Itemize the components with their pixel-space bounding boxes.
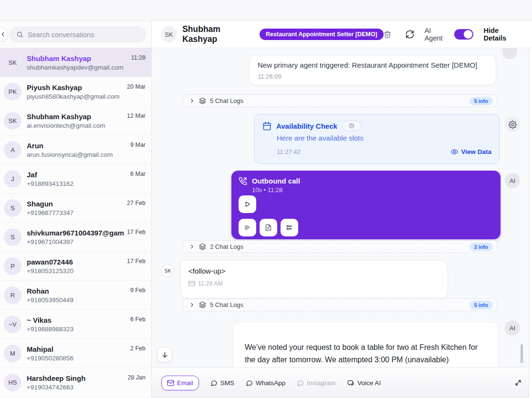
- chat-scrollbar-thumb[interactable]: [521, 344, 523, 363]
- chat-logs-group-2[interactable]: 2 Chat Logs 2 info: [183, 240, 497, 253]
- window-scrollbar-gutter: [529, 48, 532, 398]
- avatar: J: [4, 170, 21, 188]
- call-summary-button[interactable]: [281, 219, 298, 236]
- channel-tab-email[interactable]: Email: [161, 376, 199, 390]
- call-notes-button[interactable]: [260, 219, 277, 236]
- conversation-item[interactable]: ~V ~ Vikas +919888988323 6 Feb: [0, 310, 151, 339]
- clock-pill-button[interactable]: [342, 121, 361, 131]
- conversation-date: 27 Feb: [127, 200, 146, 206]
- conversation-texts: Mahipal +919050280856: [27, 345, 127, 362]
- user-message-time: 11:28 AM: [198, 280, 223, 287]
- conversation-date: 12 Mar: [127, 112, 146, 119]
- avatar: S: [4, 228, 21, 246]
- delete-conversation-button[interactable]: [384, 31, 391, 39]
- layers-icon: [199, 97, 206, 104]
- search-row: Search conversations: [0, 21, 151, 48]
- system-message-time: 11:26:09: [258, 73, 488, 80]
- conversation-date: 9 Feb: [130, 287, 146, 294]
- chat-logs-group-3[interactable]: 5 Chat Logs 5 info: [183, 298, 497, 311]
- top-strip: [0, 0, 532, 21]
- refresh-icon[interactable]: [406, 30, 414, 39]
- search-input[interactable]: Search conversations: [10, 27, 146, 42]
- phone-outgoing-icon: [239, 177, 247, 185]
- ai-agent-toggle[interactable]: [454, 29, 473, 40]
- conversation-date: 17 Feb: [127, 258, 146, 265]
- view-data-button[interactable]: View Data: [451, 148, 491, 155]
- conversation-date: 6 Mar: [130, 171, 146, 177]
- conversation-name: Arun: [27, 142, 127, 150]
- conversation-date: 20 Mar: [127, 83, 146, 90]
- channel-tab-sms[interactable]: SMS: [210, 379, 234, 387]
- conversation-texts: shivkumar9671004397@gamil +919671004397: [27, 229, 124, 245]
- chat-panel: SK Shubham Kashyap Restaurant Appointmen…: [152, 21, 532, 398]
- message-list[interactable]: New primary agent triggered: Restaurant …: [152, 48, 529, 367]
- conversation-texts: Shubham Kashyap ai.envisiontech@gmail.co…: [27, 112, 124, 129]
- conversation-contact: shubhamkashyapdev@gmail.com: [27, 64, 128, 71]
- conversation-texts: Jaf +918893413162: [27, 171, 127, 187]
- hide-details-button[interactable]: Hide Details: [484, 27, 520, 42]
- conversation-item[interactable]: A Arun arun.fusionsyncai@gmail.com 9 Mar: [0, 135, 151, 164]
- mail-icon: [188, 281, 195, 286]
- conversation-sidebar: Search conversations SK Shubham Kashyap …: [0, 21, 152, 398]
- layers-icon: [199, 243, 206, 250]
- conversation-contact: +918893413162: [27, 180, 127, 187]
- conversation-item[interactable]: SK Shubham Kashyap ai.envisiontech@gmail…: [0, 106, 151, 135]
- channel-tab-whatsapp[interactable]: WhatsApp: [246, 379, 285, 387]
- chevron-right-icon: [189, 98, 195, 104]
- info-badge: 5 info: [469, 301, 493, 309]
- user-message-footer: 11:28 AM: [188, 280, 440, 287]
- chevron-right-icon: [189, 244, 195, 250]
- channel-tab-instagram[interactable]: Instagram: [297, 379, 335, 387]
- availability-footer: 11:27:42 View Data: [277, 148, 491, 155]
- conversation-texts: Shubham Kashyap shubhamkashyapdev@gmail.…: [27, 54, 128, 71]
- chat-logs-group-1[interactable]: 5 Chat Logs 5 info: [183, 94, 497, 107]
- search-placeholder: Search conversations: [28, 31, 94, 39]
- conversation-contact: +918053125320: [27, 267, 124, 275]
- outbound-call-card: Outbound call 10s • 11:28: [231, 171, 501, 239]
- channel-tab-voice-ai[interactable]: Voice AI: [347, 379, 381, 387]
- conversation-texts: Harshdeep Singh +919034742663: [27, 374, 125, 391]
- conversation-item[interactable]: SK Shubham Kashyap shubhamkashyapdev@gma…: [0, 48, 151, 77]
- play-icon: [244, 201, 251, 208]
- conversation-item[interactable]: S shivkumar9671004397@gamil +91967100439…: [0, 223, 151, 252]
- channel-tab-label: WhatsApp: [256, 379, 285, 387]
- conversation-name: Jaf: [27, 171, 127, 179]
- arrow-down-icon: [161, 351, 168, 358]
- toggle-knob: [464, 30, 472, 39]
- conversation-item[interactable]: M Mahipal +919050280856 2 Feb: [0, 339, 151, 368]
- availability-check-card: Availability Check Here are the availabl…: [254, 114, 500, 164]
- info-badge: 5 info: [469, 97, 493, 105]
- chat-bubble-icon: [246, 379, 253, 387]
- conversation-texts: Piyush Kashyap piyush8580kashyap@gmail.c…: [27, 83, 124, 100]
- play-recording-button[interactable]: [239, 195, 256, 213]
- transcript-button[interactable]: [239, 219, 256, 236]
- channel-tab-label: Voice AI: [357, 379, 381, 387]
- expand-icon[interactable]: [514, 379, 522, 387]
- conversation-item[interactable]: S Shagun +919667773347 27 Feb: [0, 194, 151, 223]
- conversation-item[interactable]: PK Piyush Kashyap piyush8580kashyap@gmai…: [0, 77, 151, 106]
- header-actions: AI Agent Hide Details: [384, 27, 520, 42]
- conversation-item[interactable]: P pawan072446 +918053125320 17 Feb: [0, 252, 151, 281]
- app-window: Search conversations SK Shubham Kashyap …: [0, 0, 532, 398]
- conversation-name: shivkumar9671004397@gamil: [27, 229, 124, 237]
- availability-header: Availability Check: [262, 121, 491, 131]
- conversation-item[interactable]: HS Harshdeep Singh +919034742663 28 Jan: [0, 368, 151, 397]
- voice-chat-icon: [347, 379, 355, 387]
- settings-gear-button[interactable]: [505, 117, 520, 132]
- conversation-contact: +918053950449: [27, 296, 127, 304]
- conversation-texts: Shagun +919667773347: [27, 200, 124, 216]
- eye-icon: [451, 148, 458, 155]
- conversation-item[interactable]: R Rohan +918053950449 9 Feb: [0, 281, 151, 310]
- scroll-to-bottom-button[interactable]: [157, 347, 172, 362]
- channel-tab-label: Instagram: [307, 379, 335, 387]
- user-message-text: <follow-up>: [188, 267, 440, 275]
- conversation-item[interactable]: J Jaf +918893413162 6 Mar: [0, 164, 151, 194]
- avatar: A: [4, 141, 21, 159]
- gear-icon: [509, 121, 517, 129]
- channel-footer: Email SMS WhatsApp Instagram Voice AI: [152, 367, 529, 398]
- conversation-name: ~ Vikas: [27, 316, 127, 324]
- search-icon: [16, 31, 23, 38]
- conversation-date: 17 Feb: [127, 229, 146, 235]
- collapse-sidebar-button[interactable]: [0, 27, 8, 41]
- ai-message-card: We’ve noted your request to book a table…: [233, 322, 499, 367]
